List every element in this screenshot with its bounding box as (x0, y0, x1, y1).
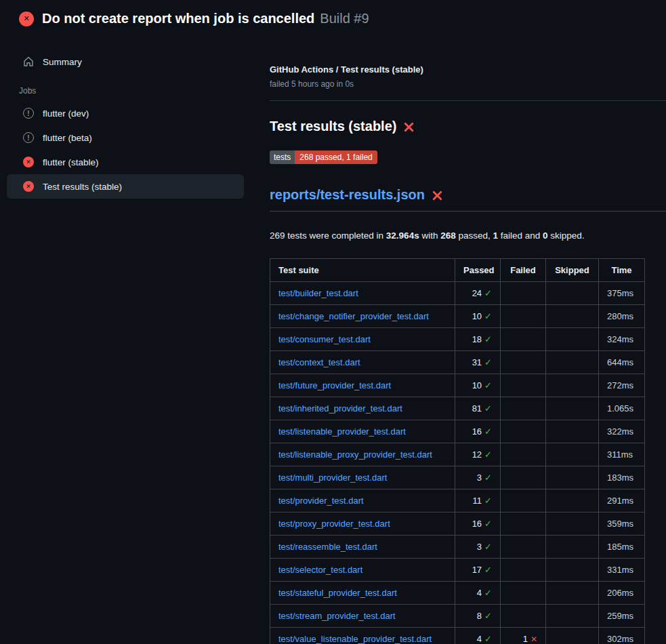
report-file-link[interactable]: reports/test-results.json (270, 187, 425, 203)
skipped-cell (546, 536, 599, 559)
passed-count: 17 (472, 565, 482, 575)
summary-failed-count: 1 (493, 230, 499, 241)
sidebar-item-test-results-stable[interactable]: ✕Test results (stable) (7, 174, 244, 199)
time-cell: 183ms (599, 466, 645, 489)
test-suite-link[interactable]: test/listenable_provider_test.dart (278, 426, 406, 437)
test-suite-link[interactable]: test/proxy_provider_test.dart (278, 519, 390, 529)
suite-cell: test/listenable_proxy_provider_test.dart (270, 443, 455, 466)
tests-badge: tests 268 passed, 1 failed (270, 150, 377, 164)
skipped-cell (546, 397, 599, 420)
test-suite-link[interactable]: test/consumer_test.dart (278, 334, 371, 344)
test-suite-link[interactable]: test/multi_provider_test.dart (278, 472, 387, 483)
table-row: test/change_notifier_provider_test.dart1… (270, 305, 645, 328)
failed-count: 1 (523, 634, 528, 644)
test-suite-link[interactable]: test/builder_test.dart (278, 288, 358, 298)
suite-cell: test/selector_test.dart (270, 559, 455, 582)
test-suite-link[interactable]: test/future_provider_test.dart (278, 380, 391, 390)
page-header: ✕ Do not create report when job is cance… (0, 0, 666, 35)
check-icon: ✓ (484, 357, 492, 367)
passed-cell: 12✓ (455, 443, 501, 466)
time-cell: 322ms (599, 420, 645, 443)
time-cell: 185ms (599, 536, 645, 559)
failed-cell (501, 512, 546, 536)
sidebar-item-summary[interactable]: Summary (7, 49, 244, 74)
summary-text: 269 tests were completed in (270, 230, 386, 241)
table-row: test/future_provider_test.dart10✓272ms (270, 374, 645, 397)
passed-cell: 10✓ (455, 374, 501, 397)
status-line: failed 5 hours ago in 0s (270, 79, 666, 89)
sidebar-item-flutter-beta[interactable]: !flutter (beta) (7, 125, 244, 150)
suite-cell: test/value_listenable_provider_test.dart (270, 628, 455, 644)
test-suite-link[interactable]: test/change_notifier_provider_test.dart (278, 311, 429, 321)
test-suite-link[interactable]: test/reassemble_test.dart (278, 542, 377, 552)
page-title: Do not create report when job is cancell… (42, 11, 314, 26)
failed-cell (501, 466, 546, 489)
table-row: test/provider_test.dart11✓291ms (270, 489, 645, 512)
failed-cell: 1✕ (501, 628, 546, 644)
table-row: test/builder_test.dart24✓375ms (270, 282, 645, 305)
summary-text: skipped. (548, 230, 585, 241)
passed-count: 4 (477, 588, 482, 598)
test-suite-link[interactable]: test/inherited_provider_test.dart (278, 403, 402, 414)
table-row: test/listenable_provider_test.dart16✓322… (270, 420, 645, 443)
time-cell: 331ms (599, 559, 645, 582)
x-circle-icon: ✕ (23, 181, 34, 192)
failed-cell (501, 351, 546, 374)
test-suite-link[interactable]: test/listenable_proxy_provider_test.dart (278, 449, 432, 460)
test-suite-link[interactable]: test/stateful_provider_test.dart (278, 588, 397, 598)
test-suite-link[interactable]: test/value_listenable_provider_test.dart (278, 634, 432, 644)
skipped-cell (546, 420, 599, 443)
check-icon: ✓ (484, 403, 492, 414)
suite-cell: test/change_notifier_provider_test.dart (270, 305, 455, 328)
table-row: test/stream_provider_test.dart8✓259ms (270, 605, 645, 628)
table-row: test/consumer_test.dart18✓324ms (270, 328, 645, 351)
time-cell: 302ms (599, 628, 645, 644)
check-icon: ✓ (484, 288, 492, 298)
time-cell: 644ms (599, 351, 645, 374)
failed-cell (501, 305, 546, 328)
build-number: Build #9 (320, 11, 369, 26)
test-suite-link[interactable]: test/provider_test.dart (278, 496, 364, 506)
passed-cell: 17✓ (455, 559, 501, 582)
test-results-table: Test suitePassedFailedSkippedTime test/b… (270, 258, 645, 644)
passed-count: 12 (472, 449, 482, 460)
time-cell: 359ms (599, 512, 645, 536)
test-suite-link[interactable]: test/context_test.dart (278, 357, 360, 367)
column-header-passed: Passed (455, 259, 501, 282)
sidebar-item-label: flutter (stable) (43, 157, 99, 167)
check-icon: ✓ (484, 519, 492, 529)
sidebar-item-label: Summary (43, 57, 82, 67)
failed-cell (501, 489, 546, 512)
time-cell: 1.065s (599, 397, 645, 420)
skipped-cell (546, 582, 599, 605)
skipped-cell (546, 466, 599, 489)
suite-cell: test/reassemble_test.dart (270, 536, 455, 559)
time-cell: 206ms (599, 582, 645, 605)
summary-line: 269 tests were completed in 32.964s with… (270, 230, 666, 241)
table-row: test/listenable_proxy_provider_test.dart… (270, 443, 645, 466)
summary-skipped-count: 0 (543, 230, 548, 241)
passed-cell: 81✓ (455, 397, 501, 420)
suite-cell: test/listenable_provider_test.dart (270, 420, 455, 443)
passed-count: 81 (472, 403, 482, 414)
passed-cell: 24✓ (455, 282, 501, 305)
suite-cell: test/provider_test.dart (270, 489, 455, 512)
skipped-cell (546, 328, 599, 351)
time-cell: 324ms (599, 328, 645, 351)
check-icon: ✓ (484, 496, 492, 506)
test-suite-link[interactable]: test/stream_provider_test.dart (278, 611, 396, 621)
skipped-cell (546, 559, 599, 582)
failed-cell (501, 582, 546, 605)
passed-cell: 16✓ (455, 512, 501, 536)
sidebar-item-flutter-stable[interactable]: ✕flutter (stable) (7, 150, 244, 174)
sidebar-item-flutter-dev[interactable]: !flutter (dev) (7, 101, 244, 125)
table-row: test/context_test.dart31✓644ms (270, 351, 645, 374)
passed-count: 16 (472, 519, 482, 529)
failed-cell (501, 605, 546, 628)
test-suite-link[interactable]: test/selector_test.dart (278, 565, 362, 575)
divider (270, 100, 666, 101)
summary-duration: 32.964s (386, 230, 419, 241)
suite-cell: test/inherited_provider_test.dart (270, 397, 455, 420)
check-icon: ✓ (484, 334, 492, 344)
suite-cell: test/stateful_provider_test.dart (270, 582, 455, 605)
